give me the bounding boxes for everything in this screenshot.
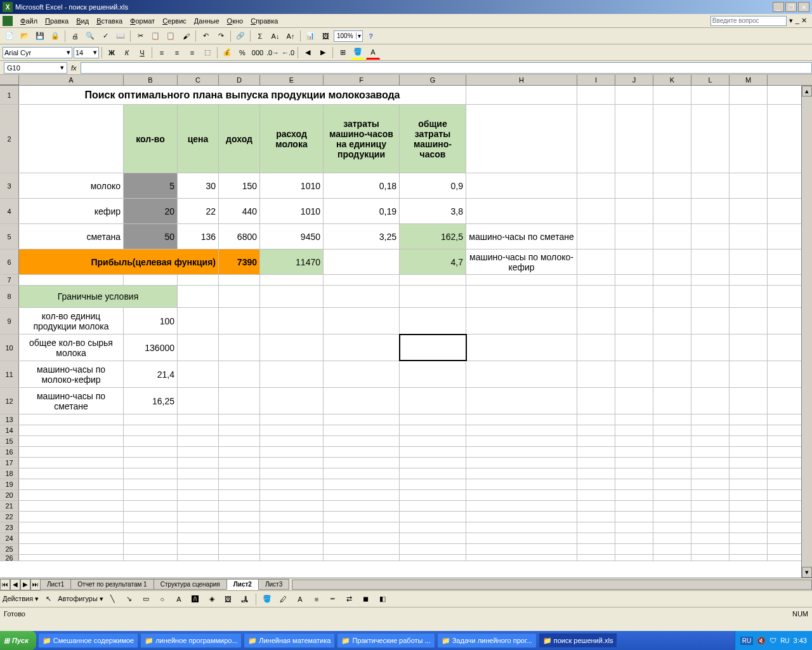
col-header-C[interactable]: C — [178, 75, 219, 85]
menu-Сервис[interactable]: Сервис — [159, 16, 190, 26]
cell-F3[interactable]: 0,18 — [324, 173, 400, 198]
cell-M23[interactable] — [730, 522, 768, 533]
cell-F14[interactable] — [324, 425, 400, 435]
cell-J2[interactable] — [615, 105, 653, 173]
cell-D20[interactable] — [219, 490, 260, 500]
system-tray[interactable]: RU 🔇 🛡 RU 3:43 — [735, 631, 812, 650]
scroll-down-button[interactable]: ▾ — [802, 567, 812, 578]
cell-G6[interactable]: 4,7 — [400, 249, 466, 274]
cell-C26[interactable] — [178, 555, 219, 560]
cell-F19[interactable] — [324, 479, 400, 489]
cell-A1[interactable]: Поиск оптимального плана выпуска продукц… — [19, 86, 466, 104]
redo-button[interactable]: ↷ — [214, 29, 228, 43]
cell-K17[interactable] — [653, 458, 691, 468]
cell-C2[interactable]: цена — [178, 105, 219, 173]
cell-L25[interactable] — [691, 544, 730, 554]
fill-color-button[interactable]: 🪣 — [351, 46, 365, 60]
textbox-button[interactable]: A — [172, 592, 186, 606]
cell-G22[interactable] — [400, 512, 466, 522]
cell-C23[interactable] — [178, 522, 219, 533]
arrow-style-button[interactable]: ⇄ — [343, 592, 357, 606]
cell-C14[interactable] — [178, 425, 219, 435]
cell-J15[interactable] — [615, 436, 653, 446]
row-header-24[interactable]: 24 — [0, 533, 19, 543]
cell-G3[interactable]: 0,9 — [400, 173, 466, 198]
row-header-12[interactable]: 12 — [0, 388, 19, 414]
cell-M17[interactable] — [730, 458, 768, 468]
cell-C19[interactable] — [178, 479, 219, 489]
cell-M21[interactable] — [730, 501, 768, 511]
cell-A15[interactable] — [19, 436, 124, 446]
rectangle-button[interactable]: ▭ — [139, 592, 153, 606]
cell-I9[interactable] — [577, 308, 615, 334]
row-header-8[interactable]: 8 — [0, 286, 19, 307]
cell-C5[interactable]: 136 — [178, 224, 219, 249]
cell-C12[interactable] — [178, 388, 219, 414]
cell-M12[interactable] — [730, 388, 768, 414]
row-header-1[interactable]: 1 — [0, 86, 19, 104]
font-color-draw-button[interactable]: A — [293, 592, 307, 606]
cell-E11[interactable] — [260, 361, 324, 387]
italic-button[interactable]: К — [120, 46, 134, 60]
cell-L10[interactable] — [691, 335, 730, 361]
menu-Окно[interactable]: Окно — [223, 16, 247, 26]
autosum-button[interactable]: Σ — [253, 29, 267, 43]
row-header-25[interactable]: 25 — [0, 544, 19, 554]
cell-H16[interactable] — [466, 447, 577, 457]
cell-G7[interactable] — [400, 275, 466, 285]
cell-G25[interactable] — [400, 544, 466, 554]
cell-B21[interactable] — [124, 501, 178, 511]
cell-D24[interactable] — [219, 533, 260, 543]
cell-L21[interactable] — [691, 501, 730, 511]
cell-M13[interactable] — [730, 415, 768, 425]
increase-decimal-button[interactable]: .0→ — [266, 46, 280, 60]
cell-L5[interactable] — [691, 224, 730, 249]
cell-K24[interactable] — [653, 533, 691, 543]
cell-M9[interactable] — [730, 308, 768, 334]
cell-A3[interactable]: молоко — [19, 173, 124, 198]
vertical-scrollbar[interactable]: ▴ ▾ — [801, 86, 812, 578]
actions-menu[interactable]: Действия ▾ — [3, 595, 39, 603]
cell-A24[interactable] — [19, 533, 124, 543]
cell-C15[interactable] — [178, 436, 219, 446]
lang-indicator[interactable]: RU — [740, 637, 753, 645]
cell-I4[interactable] — [577, 199, 615, 223]
cell-H26[interactable] — [466, 555, 577, 560]
cell-L24[interactable] — [691, 533, 730, 543]
cell-L13[interactable] — [691, 415, 730, 425]
row-header-22[interactable]: 22 — [0, 512, 19, 522]
cell-D11[interactable] — [219, 361, 260, 387]
cell-I24[interactable] — [577, 533, 615, 543]
cell-H12[interactable] — [466, 388, 577, 414]
cell-G10[interactable] — [400, 335, 466, 361]
cell-E16[interactable] — [260, 447, 324, 457]
cell-M20[interactable] — [730, 490, 768, 500]
col-header-D[interactable]: D — [219, 75, 260, 85]
cell-A11[interactable]: машино-часы по молоко-кефир — [19, 361, 124, 387]
cell-E8[interactable] — [260, 286, 324, 307]
cell-K25[interactable] — [653, 544, 691, 554]
col-header-G[interactable]: G — [400, 75, 466, 85]
row-header-3[interactable]: 3 — [0, 173, 19, 198]
cell-B4[interactable]: 20 — [124, 199, 178, 223]
cell-B23[interactable] — [124, 522, 178, 533]
row-header-5[interactable]: 5 — [0, 224, 19, 249]
cell-I13[interactable] — [577, 415, 615, 425]
row-header-17[interactable]: 17 — [0, 458, 19, 468]
cell-A9[interactable]: кол-во единиц продукции молока — [19, 308, 124, 334]
cell-C13[interactable] — [178, 415, 219, 425]
wordart-button[interactable]: 🅰 — [188, 592, 202, 606]
cell-D16[interactable] — [219, 447, 260, 457]
align-left-button[interactable]: ≡ — [155, 46, 169, 60]
shadow-button[interactable]: ◼ — [359, 592, 373, 606]
cell-M15[interactable] — [730, 436, 768, 446]
cell-I18[interactable] — [577, 468, 615, 479]
cell-F20[interactable] — [324, 490, 400, 500]
cell-G12[interactable] — [400, 388, 466, 414]
menu-Правка[interactable]: Правка — [41, 16, 72, 26]
cell-L9[interactable] — [691, 308, 730, 334]
fill-button[interactable]: 🪣 — [260, 592, 274, 606]
cell-F21[interactable] — [324, 501, 400, 511]
cell-H2[interactable] — [466, 105, 577, 173]
dash-style-button[interactable]: ┅ — [326, 592, 340, 606]
